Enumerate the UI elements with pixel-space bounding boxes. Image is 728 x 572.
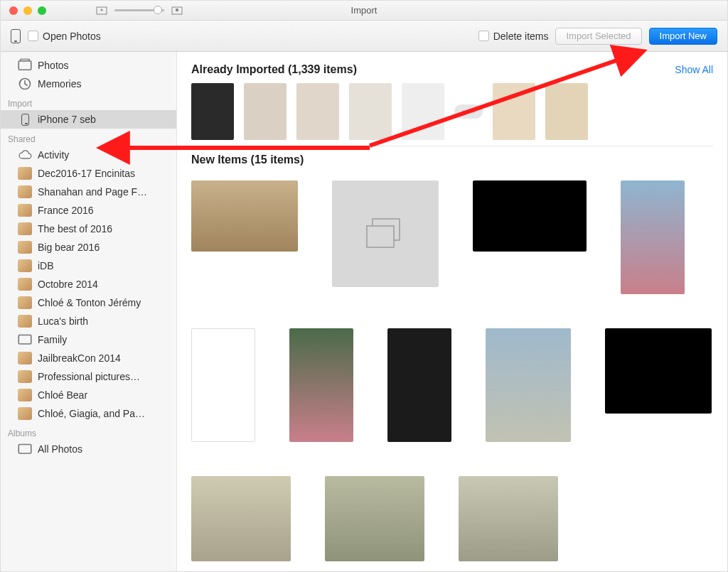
sidebar-item[interactable]: Family: [1, 330, 176, 349]
sidebar-item[interactable]: Dec2016-17 Encinitas: [1, 164, 176, 183]
sidebar-item[interactable]: Shanahan and Page F…: [1, 183, 176, 201]
sidebar-item-label: Octobre 2014: [38, 279, 98, 290]
cloud-icon: [18, 149, 32, 161]
thumb-icon: [18, 241, 32, 254]
sidebar-item-label: All Photos: [38, 443, 82, 455]
body: PhotosMemoriesImportiPhone 7 sebSharedAc…: [1, 52, 727, 571]
new-items-header: New Items (15 items): [191, 153, 713, 166]
sidebar-item[interactable]: The best of 2016: [1, 220, 176, 238]
already-imported-header: Already Imported (1,339 items) Show All: [191, 63, 713, 76]
sidebar-item-label: Shanahan and Page F…: [38, 186, 147, 198]
clock-icon: [18, 77, 32, 90]
photos-icon: [18, 59, 32, 72]
sidebar-item[interactable]: iDB: [1, 257, 176, 275]
sidebar-item[interactable]: Activity: [1, 146, 176, 164]
sidebar-item-label: Activity: [38, 149, 69, 161]
sidebar-item[interactable]: All Photos: [1, 440, 176, 458]
thumb-icon: [18, 222, 32, 235]
sidebar-item-label: JailbreakCon 2014: [38, 352, 121, 364]
imported-thumbnail[interactable]: [545, 83, 588, 140]
sidebar[interactable]: PhotosMemoriesImportiPhone 7 sebSharedAc…: [1, 52, 177, 571]
sidebar-item-label: iDB: [38, 260, 54, 271]
sidebar-item[interactable]: Chloé Bear: [1, 386, 176, 404]
sidebar-item[interactable]: Big bear 2016: [1, 238, 176, 257]
sidebar-item-label: Family: [38, 334, 67, 345]
sidebar-item-label: Luca's birth: [38, 315, 88, 327]
thumb-small-icon[interactable]: [96, 6, 107, 15]
imported-thumbnail[interactable]: [493, 83, 535, 140]
close-window-icon[interactable]: [9, 6, 18, 15]
new-item-thumbnail[interactable]: [191, 180, 298, 252]
import-selected-button[interactable]: Import Selected: [555, 28, 641, 45]
sidebar-item[interactable]: JailbreakCon 2014: [1, 349, 176, 367]
imported-thumbnail[interactable]: [402, 83, 444, 140]
imported-thumbnail[interactable]: [349, 83, 392, 140]
sidebar-section-label: Import: [1, 93, 176, 110]
new-item-thumbnail[interactable]: [387, 328, 451, 442]
sidebar-item[interactable]: iPhone 7 seb: [1, 110, 176, 129]
thumb-icon: [18, 315, 32, 328]
sidebar-item-label: Memories: [38, 78, 81, 90]
new-item-thumbnail[interactable]: [325, 476, 424, 561]
content[interactable]: Already Imported (1,339 items) Show All …: [177, 52, 727, 571]
new-item-thumbnail[interactable]: [459, 476, 558, 561]
toolbar: Open Photos Delete items Import Selected…: [1, 21, 727, 52]
sidebar-item[interactable]: Professional pictures…: [1, 367, 176, 386]
thumb-icon: [18, 185, 32, 198]
thumb-icon: [18, 352, 32, 365]
new-item-thumbnail[interactable]: [191, 328, 255, 442]
thumb-icon: [18, 167, 32, 180]
open-photos-checkbox[interactable]: Open Photos: [28, 31, 101, 42]
device-icon: [11, 29, 21, 43]
zoom-window-icon[interactable]: [38, 6, 46, 15]
import-new-button[interactable]: Import New: [649, 28, 717, 45]
imported-thumbnail[interactable]: [296, 83, 339, 140]
rect-icon: [18, 333, 32, 346]
zoom-slider[interactable]: [114, 9, 164, 11]
imported-thumbnail[interactable]: [191, 83, 234, 140]
sidebar-item[interactable]: Octobre 2014: [1, 275, 176, 293]
sidebar-item-label: Chloé & Tonton Jérémy: [38, 297, 141, 308]
imported-thumbnail[interactable]: [244, 83, 287, 140]
already-imported-strip: [191, 83, 713, 146]
phone-icon: [18, 113, 32, 126]
titlebar: Import: [1, 1, 727, 21]
sidebar-item[interactable]: Chloé, Giagia, and Pa…: [1, 404, 176, 423]
sidebar-item[interactable]: France 2016: [1, 201, 176, 220]
more-icon[interactable]: [454, 104, 483, 119]
sidebar-item-label: Professional pictures…: [38, 371, 140, 382]
sidebar-item-label: Photos: [38, 60, 69, 71]
new-item-thumbnail[interactable]: [605, 328, 712, 414]
new-items-label: New Items (15 items): [191, 153, 304, 166]
svg-point-3: [176, 8, 178, 11]
rect-icon: [18, 443, 32, 455]
placeholder-icon: [364, 216, 407, 252]
thumb-icon: [18, 259, 32, 272]
sidebar-item-label: The best of 2016: [38, 223, 112, 234]
sidebar-item[interactable]: Luca's birth: [1, 312, 176, 330]
delete-items-checkbox[interactable]: Delete items: [478, 31, 549, 42]
thumb-icon: [18, 389, 32, 401]
thumb-icon: [18, 204, 32, 217]
thumb-icon: [18, 370, 32, 383]
new-item-thumbnail[interactable]: [289, 328, 353, 442]
new-item-thumbnail[interactable]: [473, 180, 587, 252]
new-item-thumbnail[interactable]: [191, 476, 291, 561]
svg-point-1: [101, 9, 103, 11]
new-item-thumbnail[interactable]: [486, 328, 571, 442]
sidebar-section-label: Albums: [1, 423, 176, 440]
sidebar-item[interactable]: Chloé & Tonton Jérémy: [1, 293, 176, 312]
traffic-lights: [1, 6, 46, 15]
svg-rect-4: [18, 61, 31, 70]
minimize-window-icon[interactable]: [23, 6, 32, 15]
sidebar-item[interactable]: Memories: [1, 75, 176, 93]
thumb-large-icon[interactable]: [171, 6, 183, 15]
sidebar-item-label: iPhone 7 seb: [38, 114, 96, 125]
svg-rect-8: [18, 445, 31, 454]
show-all-link[interactable]: Show All: [675, 64, 713, 75]
sidebar-item-label: France 2016: [38, 205, 94, 216]
sidebar-item[interactable]: Photos: [1, 56, 176, 75]
new-item-thumbnail[interactable]: [621, 180, 685, 294]
app-window: Import Open Photos Delete items Import S…: [0, 0, 728, 572]
new-item-thumbnail[interactable]: [332, 180, 439, 287]
